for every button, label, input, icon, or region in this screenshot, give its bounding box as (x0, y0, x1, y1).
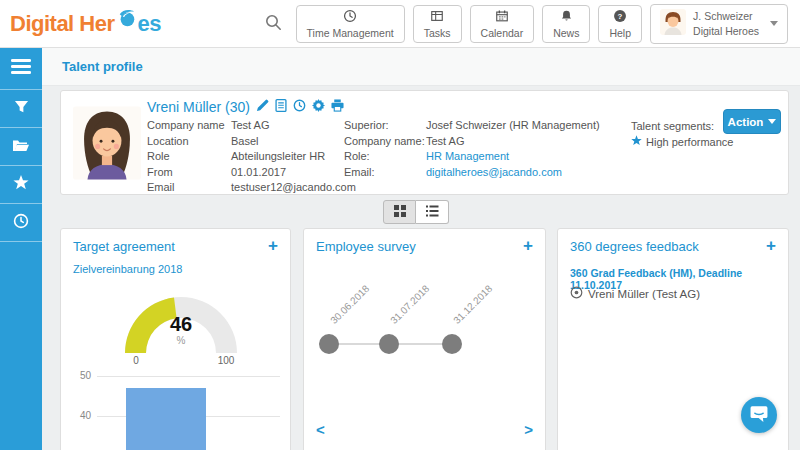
action-button-label: Action (728, 116, 764, 128)
sidebar-item-menu[interactable] (0, 48, 42, 90)
target-agreement-link[interactable]: Zielvereinbarung 2018 (73, 263, 182, 275)
detail-label: Email: (344, 165, 425, 181)
detail-value: Basel (231, 134, 356, 150)
sidebar-item-history[interactable] (0, 204, 42, 242)
top-bar: Digital Heres Time Management Tasks Cale… (0, 0, 800, 48)
search-button[interactable] (261, 10, 286, 38)
left-sidebar (0, 48, 42, 450)
print-icon (331, 99, 344, 115)
list-view-icon (426, 205, 439, 220)
user-org: Digital Heroes (693, 24, 759, 38)
talent-segments: Talent segments: High performance (631, 118, 733, 150)
edit-icon (256, 99, 269, 115)
prev-button[interactable]: < (312, 419, 329, 440)
gridline-label: 40 (65, 410, 91, 421)
nav-help[interactable]: ? Help (598, 5, 642, 43)
gauge-max-label: 100 (211, 355, 241, 366)
superior-email-link[interactable]: digitalheroes@jacando.com (426, 165, 600, 181)
add-target-agreement-button[interactable]: + (266, 235, 280, 256)
add-feedback-button[interactable]: + (764, 235, 778, 256)
app-logo: Digital Heres (10, 8, 161, 40)
hamburger-icon (11, 59, 31, 78)
notes-icon (275, 99, 287, 115)
user-avatar (660, 9, 686, 38)
sidebar-item-filter[interactable] (0, 90, 42, 128)
help-icon: ? (613, 9, 627, 25)
milestone-date: 31.12.2018 (451, 283, 494, 326)
profile-name: Vreni Müller (30) (147, 99, 250, 115)
timeline-milestone-dot[interactable] (442, 334, 462, 354)
detail-label: Superior: (344, 118, 425, 134)
app-window: Digital Heres Time Management Tasks Cale… (0, 0, 800, 450)
profile-values-left: Test AG Basel Abteilungsleiter HR 01.01.… (231, 118, 356, 196)
talent-segment-item: High performance (631, 134, 733, 150)
profile-card: Vreni Müller (30) Company name Location … (60, 90, 789, 195)
milestone-date: 30.06.2018 (328, 283, 371, 326)
profile-name-row: Vreni Müller (30) (147, 99, 344, 115)
action-button[interactable]: Action (723, 109, 781, 134)
sidebar-item-favorites[interactable] (0, 166, 42, 204)
clock-icon (343, 9, 357, 25)
comet-icon (115, 8, 138, 40)
history-button[interactable] (293, 99, 306, 115)
chat-icon (749, 404, 769, 427)
add-employee-survey-button[interactable]: + (521, 235, 535, 256)
top-nav: Time Management Tasks Calendar News ? He… (261, 4, 788, 44)
print-button[interactable] (331, 99, 344, 115)
star-icon (13, 175, 29, 194)
grid-view-icon (394, 205, 406, 220)
list-view-button[interactable] (416, 200, 449, 224)
talent-segments-label: Talent segments: (631, 118, 733, 134)
detail-label: Company name (147, 118, 225, 134)
detail-label: Email (147, 180, 225, 196)
nav-label: Calendar (481, 27, 524, 39)
next-button[interactable]: > (520, 419, 537, 440)
timeline-milestone-dot[interactable] (319, 334, 339, 354)
user-info: J. Schweizer Digital Heroes (693, 9, 759, 37)
history-icon (13, 213, 29, 233)
svg-text:?: ? (618, 11, 623, 20)
settings-button[interactable] (312, 99, 325, 115)
bell-icon (560, 9, 573, 25)
gear-icon (312, 99, 325, 115)
timeline-milestone-dot[interactable] (379, 334, 399, 354)
superior-role-link[interactable]: HR Management (426, 149, 600, 165)
chevron-down-icon (768, 119, 776, 124)
nav-news[interactable]: News (542, 5, 590, 43)
tasks-icon (430, 9, 444, 25)
search-icon (265, 19, 282, 34)
target-icon (570, 286, 583, 301)
detail-value: Test AG (231, 118, 356, 134)
user-menu-button[interactable]: J. Schweizer Digital Heroes (650, 4, 788, 44)
gauge-min-label: 0 (123, 355, 149, 366)
profile-labels-right: Superior: Company name: Role: Email: (344, 118, 425, 180)
gridline (97, 376, 280, 377)
clock-icon (293, 99, 306, 115)
detail-label: Role (147, 149, 225, 165)
logo-text-blue: es (138, 11, 161, 37)
chat-widget-button[interactable] (741, 397, 777, 433)
employee-survey-card: Employee survey + 30.06.2018 31.07.2018 … (303, 228, 546, 450)
nav-label: Time Management (307, 27, 394, 39)
profile-values-right: Josef Schweizer (HR Management) Test AG … (426, 118, 600, 180)
card-title: Target agreement (73, 239, 175, 254)
edit-profile-button[interactable] (256, 99, 269, 115)
detail-value: Test AG (426, 134, 600, 150)
star-icon (631, 134, 642, 150)
filter-icon (14, 100, 29, 118)
notes-button[interactable] (275, 99, 287, 115)
view-toggle (383, 200, 449, 224)
gauge-unit: % (119, 335, 243, 346)
target-agreement-card: Target agreement + Zielvereinbarung 2018… (60, 228, 291, 450)
bar-series-value[interactable] (126, 388, 206, 450)
nav-tasks[interactable]: Tasks (413, 5, 462, 43)
detail-label: Company name: (344, 134, 425, 150)
card-title: 360 degrees feedback (570, 239, 699, 254)
nav-calendar[interactable]: Calendar (470, 5, 535, 43)
gridline-label: 50 (65, 370, 91, 381)
nav-time-management[interactable]: Time Management (296, 5, 405, 43)
grid-view-button[interactable] (383, 200, 416, 224)
sidebar-item-documents[interactable] (0, 128, 42, 166)
bar-chart: 50 40 30 (61, 369, 290, 450)
profile-labels-left: Company name Location Role From Email (147, 118, 225, 196)
